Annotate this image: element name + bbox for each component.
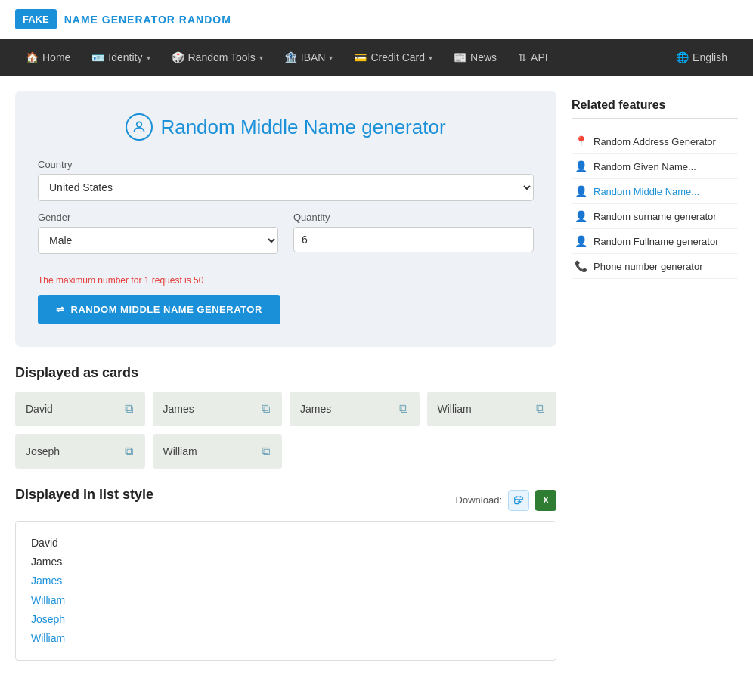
name-card-label-2: James	[300, 403, 331, 415]
download-excel-button[interactable]: X	[535, 490, 556, 511]
gender-quantity-row: Gender Male Female Quantity	[38, 212, 534, 265]
sidebar-item-random-middle-name[interactable]: 👤 Random Middle Name...	[572, 179, 738, 204]
phone-icon: 📞	[575, 260, 587, 272]
nav-credit-card[interactable]: 💳 Credit Card ▾	[343, 39, 443, 76]
fullname-icon: 👤	[575, 235, 587, 247]
sidebar-item-label-phone: Phone number generator	[593, 261, 703, 272]
iban-icon: 🏦	[284, 51, 297, 63]
cards-grid-row2: Joseph ⧉ William ⧉	[15, 434, 556, 469]
list-box: David James James William Joseph William	[15, 521, 556, 661]
copy-icon-2[interactable]: ⧉	[398, 401, 409, 417]
iban-chevron: ▾	[329, 54, 333, 62]
name-card-label-0: David	[26, 403, 53, 415]
list-name-5: William	[31, 629, 541, 648]
sidebar-item-label-given-name: Random Given Name...	[593, 161, 696, 172]
excel-icon: X	[543, 495, 549, 506]
copy-icon-0[interactable]: ⧉	[123, 401, 135, 417]
list-name-3: William	[31, 591, 541, 610]
name-card-3: William ⧉	[427, 392, 557, 426]
given-name-icon: 👤	[575, 160, 587, 172]
middle-name-icon: 👤	[575, 185, 587, 197]
sidebar-item-label-middle-name: Random Middle Name...	[593, 186, 699, 197]
list-name-2: James	[31, 571, 541, 590]
api-icon: ⇅	[518, 51, 527, 63]
list-section-title: Displayed in list style	[15, 487, 153, 503]
lang-icon: 🌐	[676, 51, 689, 63]
logo-box[interactable]: FAKE	[15, 9, 57, 29]
download-text-button[interactable]	[508, 490, 529, 511]
news-icon: 📰	[454, 51, 466, 63]
identity-icon: 🪪	[91, 51, 104, 63]
sidebar-item-random-given-name[interactable]: 👤 Random Given Name...	[572, 154, 738, 179]
name-card-2: James ⧉	[290, 392, 420, 426]
name-card-4: Joseph ⧉	[15, 434, 145, 469]
country-group: Country United States United Kingdom Ger…	[38, 159, 534, 201]
sidebar-item-random-address[interactable]: 📍 Random Address Generator	[572, 129, 738, 154]
nav-random-tools[interactable]: 🎲 Random Tools ▾	[161, 39, 274, 76]
list-section-header: Displayed in list style Download: X	[15, 487, 556, 513]
name-card-label-5: William	[163, 445, 197, 457]
copy-icon-5[interactable]: ⧉	[260, 443, 271, 460]
gender-label: Gender	[38, 212, 278, 223]
download-area: Download: X	[456, 490, 556, 511]
sidebar-item-random-fullname[interactable]: 👤 Random Fullname generator	[572, 229, 738, 254]
sidebar: Related features 📍 Random Address Genera…	[572, 91, 738, 661]
surname-icon: 👤	[575, 210, 587, 222]
address-icon: 📍	[575, 135, 587, 147]
generate-button[interactable]: ⇌ RANDOM MIDDLE NAME GENERATOR	[38, 295, 280, 324]
quantity-label: Quantity	[293, 212, 534, 223]
random-tools-icon: 🎲	[172, 51, 184, 63]
list-name-4: Joseph	[31, 610, 541, 629]
main-container: Random Middle Name generator Country Uni…	[0, 76, 753, 676]
svg-point-0	[137, 122, 142, 127]
nav-iban[interactable]: 🏦 IBAN ▾	[274, 39, 344, 76]
copy-icon-3[interactable]: ⧉	[535, 401, 546, 417]
nav-identity[interactable]: 🪪 Identity ▾	[81, 39, 160, 76]
generator-card: Random Middle Name generator Country Uni…	[15, 91, 556, 347]
nav-home[interactable]: 🏠 Home	[15, 39, 81, 76]
copy-icon-1[interactable]: ⧉	[260, 401, 271, 417]
sidebar-item-label-surname: Random surname generator	[593, 211, 717, 222]
home-icon: 🏠	[26, 51, 39, 63]
credit-card-icon: 💳	[354, 51, 367, 63]
cards-section-title: Displayed as cards	[15, 365, 556, 381]
nav-api[interactable]: ⇅ API	[507, 39, 559, 76]
name-card-5: William ⧉	[153, 434, 283, 469]
credit-card-chevron: ▾	[429, 54, 432, 62]
sidebar-item-random-surname[interactable]: 👤 Random surname generator	[572, 204, 738, 229]
list-name-0: David	[31, 534, 541, 553]
title-icon	[126, 113, 153, 141]
cards-grid-row1: David ⧉ James ⧉ James ⧉ William ⧉	[15, 392, 556, 426]
quantity-input[interactable]	[293, 227, 534, 252]
name-card-label-4: Joseph	[26, 445, 60, 457]
name-card-0: David ⧉	[15, 392, 145, 426]
quantity-group: Quantity	[293, 212, 534, 254]
copy-icon-4[interactable]: ⧉	[123, 443, 135, 460]
country-select[interactable]: United States United Kingdom Germany Fra…	[38, 174, 534, 201]
name-card-label-3: William	[438, 403, 472, 415]
generator-title: Random Middle Name generator	[38, 113, 534, 141]
list-name-1: James	[31, 553, 541, 571]
download-label: Download:	[456, 494, 502, 506]
generate-icon: ⇌	[56, 304, 65, 315]
sidebar-item-label-fullname: Random Fullname generator	[593, 236, 718, 247]
country-label: Country	[38, 159, 534, 170]
random-tools-chevron: ▾	[259, 54, 263, 62]
name-card-1: James ⧉	[153, 392, 283, 426]
content-area: Random Middle Name generator Country Uni…	[15, 91, 556, 661]
identity-chevron: ▾	[147, 54, 150, 62]
error-message: The maximum number for 1 request is 50	[38, 275, 534, 286]
sidebar-item-label-address: Random Address Generator	[593, 136, 716, 147]
nav-language[interactable]: 🌐 English	[665, 39, 738, 76]
logo-bar: FAKE NAME GENERATOR RANDOM	[0, 0, 753, 39]
logo-text: NAME GENERATOR RANDOM	[64, 14, 231, 26]
gender-select[interactable]: Male Female	[38, 227, 278, 254]
navbar: 🏠 Home 🪪 Identity ▾ 🎲 Random Tools ▾ 🏦 I…	[0, 39, 753, 76]
gender-group: Gender Male Female	[38, 212, 278, 254]
name-card-label-1: James	[163, 403, 194, 415]
sidebar-item-phone-number[interactable]: 📞 Phone number generator	[572, 254, 738, 279]
nav-news[interactable]: 📰 News	[443, 39, 507, 76]
sidebar-title: Related features	[572, 98, 738, 119]
